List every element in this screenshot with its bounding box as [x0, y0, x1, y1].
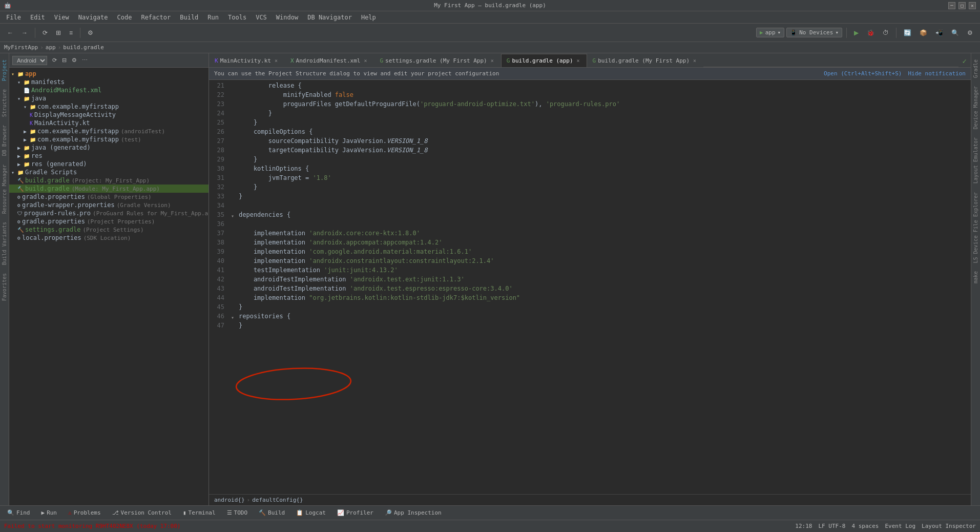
- notification-hide-link[interactable]: Hide notification: [908, 70, 966, 77]
- sidebar-more-btn[interactable]: ⋯: [80, 56, 90, 65]
- sidebar-collapse-btn[interactable]: ⊟: [60, 56, 69, 65]
- menu-view[interactable]: View: [50, 13, 73, 22]
- tree-item-gradle-scripts[interactable]: ▾ 📁 Gradle Scripts: [9, 168, 208, 176]
- breadcrumb-app[interactable]: MyFirstApp: [4, 44, 38, 51]
- breadcrumb-module[interactable]: app: [46, 44, 56, 51]
- menu-vcs[interactable]: VCS: [252, 13, 271, 22]
- left-tab-db-browser[interactable]: DB Browser: [1, 121, 8, 160]
- tree-item-build-gradle-project[interactable]: 🔨 build.gradle (Project: My_First_App): [9, 176, 208, 185]
- status-event-log[interactable]: Event Log: [885, 523, 915, 529]
- tree-item-java-generated[interactable]: ▶ 📁 java (generated): [9, 144, 208, 152]
- right-tab-ls-device-file[interactable]: LS Device File Explorer: [972, 188, 979, 267]
- tree-item-java[interactable]: ▾ 📁 java: [9, 94, 208, 103]
- bottom-tab-problems[interactable]: ⚠ Problems: [63, 507, 106, 518]
- menu-refactor[interactable]: Refactor: [137, 13, 175, 22]
- bottom-tab-run[interactable]: ▶ Run: [36, 507, 62, 518]
- editor-breadcrumb-defaultconfig[interactable]: defaultConfig{}: [252, 497, 303, 503]
- bottom-tab-app-inspection[interactable]: 🔎 App Inspection: [380, 507, 447, 518]
- tab-build-gradle-project-close[interactable]: ×: [692, 58, 698, 64]
- toolbar-forward-button[interactable]: →: [18, 28, 31, 37]
- tree-item-package-test[interactable]: ▶ 📁 com.example.myfirstapp (test): [9, 135, 208, 144]
- menu-tools[interactable]: Tools: [224, 13, 251, 22]
- menu-db-navigator[interactable]: DB Navigator: [303, 13, 356, 22]
- code-editor[interactable]: 21 release { 22 minifyEnabled false 23 p…: [209, 80, 971, 494]
- editor-breadcrumb-android[interactable]: android{}: [214, 497, 245, 503]
- sidebar-settings-btn[interactable]: ⚙: [70, 56, 79, 65]
- tree-item-displaymessage[interactable]: K DisplayMessageActivity: [9, 111, 208, 119]
- status-encoding[interactable]: LF UTF-8: [818, 523, 845, 529]
- menu-run[interactable]: Run: [203, 13, 223, 22]
- toolbar-structure-button[interactable]: ⊞: [53, 28, 64, 37]
- right-tab-layout-emulator[interactable]: Layout Emulator: [972, 133, 979, 188]
- left-tab-structure[interactable]: Structure: [1, 85, 8, 121]
- tree-item-gradle-properties-global[interactable]: ⚙ gradle.properties (Global Properties): [9, 193, 208, 201]
- project-view-dropdown[interactable]: Android Project: [12, 56, 47, 65]
- tab-mainactivity-close[interactable]: ×: [273, 58, 279, 64]
- right-tab-gradle[interactable]: Gradle: [972, 55, 979, 82]
- search-everywhere-button[interactable]: 🔍: [948, 28, 962, 37]
- menu-file[interactable]: File: [2, 13, 25, 22]
- sidebar-sync-btn[interactable]: ⟳: [50, 56, 59, 65]
- menu-navigate[interactable]: Navigate: [74, 13, 112, 22]
- breadcrumb-file[interactable]: build.gradle: [63, 44, 103, 51]
- gradle-sync-button[interactable]: 🔄: [901, 28, 914, 37]
- bottom-tab-profiler[interactable]: 📈 Profiler: [332, 507, 379, 518]
- menu-window[interactable]: Window: [272, 13, 302, 22]
- profile-button[interactable]: ⏱: [880, 28, 892, 37]
- tree-item-build-gradle-app[interactable]: 🔨 build.gradle (Module: My_First_App.app…: [9, 185, 208, 193]
- debug-button[interactable]: 🐞: [864, 28, 878, 37]
- tree-item-package-androidtest[interactable]: ▶ 📁 com.example.myfirstapp (androidTest): [9, 127, 208, 135]
- right-tab-device-manager[interactable]: Device Manager: [972, 82, 979, 133]
- tab-build-gradle-app[interactable]: G build.gradle (app) ×: [501, 54, 587, 67]
- minimize-button[interactable]: ─: [948, 2, 955, 9]
- tree-item-settings-gradle[interactable]: 🔨 settings.gradle (Project Settings): [9, 226, 208, 234]
- toolbar-back-button[interactable]: ←: [4, 28, 16, 37]
- avd-manager-button[interactable]: 📲: [932, 28, 946, 37]
- tab-mainactivity[interactable]: K MainActivity.kt ×: [209, 54, 285, 67]
- toolbar-sync-button[interactable]: ⟳: [39, 28, 51, 37]
- status-layout-inspector[interactable]: Layout Inspector: [922, 523, 976, 529]
- menu-help[interactable]: Help: [357, 13, 380, 22]
- tab-androidmanifest[interactable]: X AndroidManifest.xml ×: [285, 54, 374, 67]
- tree-item-gradle-properties-project[interactable]: ⚙ gradle.properties (Project Properties): [9, 217, 208, 226]
- menu-code[interactable]: Code: [113, 13, 136, 22]
- left-tab-resource-manager[interactable]: Resource Manager: [1, 160, 8, 218]
- menu-edit[interactable]: Edit: [26, 13, 49, 22]
- left-tab-favorites[interactable]: Favorites: [1, 269, 8, 305]
- toolbar-settings-button[interactable]: ⚙: [85, 28, 96, 37]
- tree-item-androidmanifest[interactable]: 📄 AndroidManifest.xml: [9, 86, 208, 94]
- tree-item-gradle-wrapper-properties[interactable]: ⚙ gradle-wrapper.properties (Gradle Vers…: [9, 201, 208, 209]
- status-error-message[interactable]: Failed to start monitoring R9HT402NE8X (…: [4, 523, 180, 529]
- notification-open-link[interactable]: Open (Ctrl+Alt+Shift+S): [824, 70, 902, 77]
- tree-item-package-main[interactable]: ▾ 📁 com.example.myfirstapp: [9, 103, 208, 111]
- bottom-tab-logcat[interactable]: 📋 Logcat: [291, 507, 331, 518]
- tab-settings-gradle-close[interactable]: ×: [489, 58, 495, 64]
- tree-item-proguard-rules[interactable]: 🛡 proguard-rules.pro (ProGuard Rules for…: [9, 209, 208, 217]
- settings-gear-button[interactable]: ⚙: [964, 28, 976, 37]
- run-button[interactable]: ▶: [851, 28, 862, 37]
- device-selector-dropdown[interactable]: 📱 No Devices ▾: [786, 28, 842, 37]
- run-configuration-dropdown[interactable]: ▶ app ▾: [756, 28, 784, 37]
- sdk-manager-button[interactable]: 📦: [916, 28, 930, 37]
- bottom-tab-terminal[interactable]: ▮ Terminal: [178, 507, 221, 518]
- tree-item-local-properties[interactable]: ⚙ local.properties (SDK Location): [9, 234, 208, 242]
- right-tab-make[interactable]: make: [972, 267, 979, 288]
- tree-item-mainactivity[interactable]: K MainActivity.kt: [9, 119, 208, 127]
- maximize-button[interactable]: □: [958, 2, 966, 9]
- bottom-tab-vc[interactable]: ⎇ Version Control: [107, 507, 177, 518]
- bottom-tab-find[interactable]: 🔍 Find: [2, 507, 35, 518]
- status-indent[interactable]: 4 spaces: [851, 523, 879, 529]
- tree-item-manifests[interactable]: ▾ 📁 manifests: [9, 78, 208, 86]
- tab-androidmanifest-close[interactable]: ×: [362, 58, 368, 64]
- menu-build[interactable]: Build: [176, 13, 202, 22]
- bottom-tab-todo[interactable]: ☰ TODO: [222, 507, 253, 518]
- tree-item-res[interactable]: ▶ 📁 res: [9, 152, 208, 160]
- tab-build-gradle-app-close[interactable]: ×: [575, 58, 581, 64]
- tab-settings-gradle[interactable]: G settings.gradle (My First App) ×: [374, 54, 501, 67]
- close-button[interactable]: ✕: [969, 2, 976, 9]
- status-position[interactable]: 12:18: [795, 523, 812, 529]
- tree-item-app[interactable]: ▾ 📁 app: [9, 70, 208, 78]
- left-tab-build-variants[interactable]: Build Variants: [1, 218, 8, 269]
- left-tab-project[interactable]: Project: [1, 55, 8, 85]
- tree-item-res-generated[interactable]: ▶ 📁 res (generated): [9, 160, 208, 168]
